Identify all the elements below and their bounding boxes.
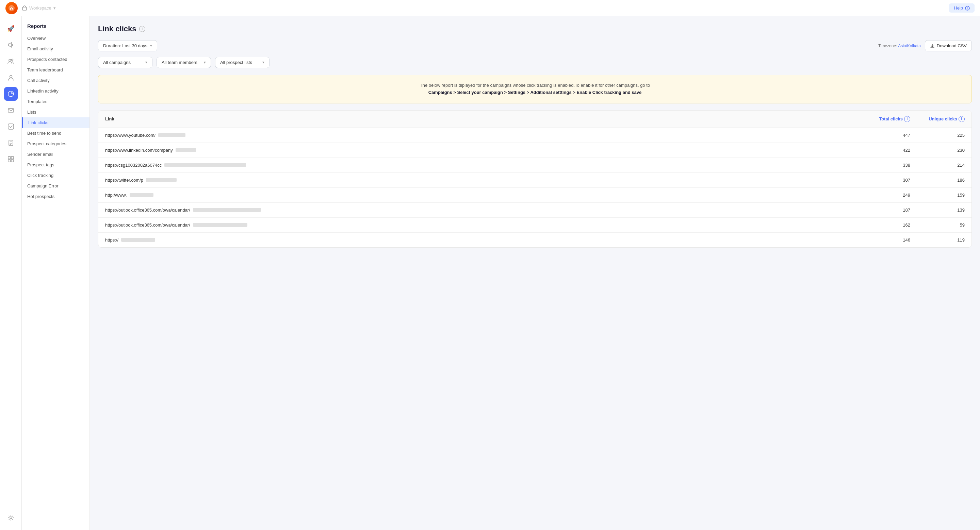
table-header: Link Total clicks i Unique clicks i: [98, 111, 972, 128]
table-row: https://www.linkedin.com/company 422 230: [98, 143, 972, 158]
sidebar-item-call-activity[interactable]: Call activity: [22, 75, 89, 86]
rocket-icon[interactable]: 🚀: [4, 22, 18, 35]
timezone-link[interactable]: Asia/Kolkata: [898, 44, 921, 48]
table-body: https://www.youtube.com/ 447 225 https:/…: [98, 128, 972, 247]
sidebar-item-prospect-tags[interactable]: Prospect tags: [22, 160, 89, 170]
svg-rect-13: [8, 160, 11, 162]
download-csv-button[interactable]: Download CSV: [925, 40, 972, 51]
help-label: Help: [954, 5, 963, 11]
col-unique-clicks: Unique clicks i: [910, 116, 965, 122]
sidebar-item-prospect-categories[interactable]: Prospect categories: [22, 138, 89, 149]
duration-label: Duration: Last 30 days: [103, 43, 147, 48]
link-cell: http://www.: [105, 192, 856, 198]
link-cell: https://twitter.com/p: [105, 178, 856, 182]
timezone-area: Timezone: Asia/Kolkata Download CSV: [878, 40, 972, 51]
page-title-info-icon[interactable]: i: [139, 26, 145, 32]
duration-filter[interactable]: Duration: Last 30 days ▾: [98, 40, 157, 51]
total-clicks-cell: 422: [856, 148, 910, 153]
filters-row-1: Duration: Last 30 days ▾ Timezone: Asia/…: [98, 40, 972, 51]
prospect-lists-filter[interactable]: All prospect lists ▾: [215, 57, 269, 68]
sidebar-item-link-clicks[interactable]: Link clicks: [22, 117, 89, 128]
person-icon[interactable]: [4, 71, 18, 84]
megaphone-icon[interactable]: [4, 38, 18, 52]
sidebar-item-campaign-error[interactable]: Campaign Error: [22, 181, 89, 191]
svg-rect-14: [11, 160, 14, 162]
workspace-chevron: ▾: [53, 5, 56, 11]
total-clicks-cell: 447: [856, 133, 910, 138]
prospect-lists-label: All prospect lists: [220, 60, 252, 65]
link-text[interactable]: http://www.: [105, 192, 127, 198]
notice-banner: The below report is diplayed for the cam…: [98, 75, 972, 103]
total-clicks-cell: 146: [856, 238, 910, 243]
table-row: https://www.youtube.com/ 447 225: [98, 128, 972, 143]
link-blur: [121, 238, 155, 242]
link-text[interactable]: https://www.linkedin.com/company: [105, 148, 173, 153]
link-cell: https://csg10032002a6074cc: [105, 163, 856, 168]
unique-clicks-cell: 139: [910, 208, 965, 213]
campaigns-filter[interactable]: All campaigns ▾: [98, 57, 153, 68]
link-text[interactable]: https://: [105, 238, 118, 243]
sidebar-item-sender-email[interactable]: Sender email: [22, 149, 89, 160]
link-text[interactable]: https://outlook.office365.com/owa/calend…: [105, 208, 190, 213]
filters-row-2: All campaigns ▾ All team members ▾ All p…: [98, 57, 972, 68]
sidebar-item-templates[interactable]: Templates: [22, 96, 89, 107]
check-icon[interactable]: [4, 120, 18, 133]
link-cell: https://www.linkedin.com/company: [105, 148, 856, 153]
sidebar-item-best-time-to-send[interactable]: Best time to send: [22, 128, 89, 138]
sidebar-item-click-tracking[interactable]: Click tracking: [22, 170, 89, 181]
table-row: http://www. 249 159: [98, 188, 972, 203]
link-text[interactable]: https://twitter.com/p: [105, 178, 143, 182]
link-blur: [193, 223, 247, 227]
people-icon[interactable]: [4, 54, 18, 68]
team-members-filter[interactable]: All team members ▾: [156, 57, 211, 68]
download-label: Download CSV: [937, 43, 967, 48]
grid-icon[interactable]: [4, 152, 18, 166]
unique-clicks-cell: 230: [910, 148, 965, 153]
notice-text-1: The below report is diplayed for the cam…: [420, 83, 650, 88]
sidebar-item-lists[interactable]: Lists: [22, 107, 89, 117]
unique-clicks-cell: 186: [910, 178, 965, 182]
total-clicks-cell: 187: [856, 208, 910, 213]
app-logo: [5, 2, 18, 14]
svg-rect-11: [8, 157, 11, 159]
settings-icon[interactable]: [4, 511, 18, 525]
svg-point-6: [10, 76, 12, 78]
unique-clicks-cell: 59: [910, 222, 965, 228]
reports-title: Reports: [22, 23, 89, 33]
sidebar-item-overview[interactable]: Overview: [22, 33, 89, 44]
link-blur: [164, 163, 246, 167]
link-text[interactable]: https://www.youtube.com/: [105, 133, 156, 138]
team-chevron: ▾: [204, 60, 206, 65]
doc-icon[interactable]: [4, 136, 18, 150]
sidebar-item-linkedin-activity[interactable]: Linkedin activity: [22, 86, 89, 96]
duration-chevron: ▾: [150, 44, 152, 48]
link-blur: [146, 178, 177, 182]
link-blur: [158, 133, 185, 137]
link-text[interactable]: https://outlook.office365.com/owa/calend…: [105, 222, 190, 228]
chart-icon[interactable]: [4, 87, 18, 101]
unique-clicks-cell: 225: [910, 133, 965, 138]
svg-rect-12: [11, 157, 14, 159]
total-clicks-info-icon[interactable]: i: [904, 116, 910, 122]
col-total-clicks: Total clicks i: [856, 116, 910, 122]
email-icon[interactable]: [4, 103, 18, 117]
total-clicks-cell: 249: [856, 192, 910, 198]
campaigns-label: All campaigns: [103, 60, 130, 65]
page-title-text: Link clicks: [98, 24, 137, 33]
svg-point-5: [11, 59, 13, 61]
notice-text-2: Campaigns > Select your campaign > Setti…: [428, 90, 642, 95]
unique-clicks-info-icon[interactable]: i: [959, 116, 965, 122]
sidebar-item-email-activity[interactable]: Email activity: [22, 44, 89, 54]
link-text[interactable]: https://csg10032002a6074cc: [105, 163, 162, 168]
sidebar-item-team-leaderboard[interactable]: Team leaderboard: [22, 65, 89, 75]
unique-clicks-cell: 119: [910, 238, 965, 243]
main-content: Link clicks i Duration: Last 30 days ▾ T…: [90, 16, 980, 530]
total-clicks-cell: 162: [856, 222, 910, 228]
sidebar-item-prospects-contacted[interactable]: Prospects contacted: [22, 54, 89, 65]
page-title-area: Link clicks i: [98, 24, 972, 33]
total-clicks-cell: 338: [856, 163, 910, 168]
help-button[interactable]: Help ?: [949, 3, 975, 13]
sidebar-item-hot-prospects[interactable]: Hot prospects: [22, 191, 89, 202]
workspace-selector[interactable]: Workspace ▾: [22, 5, 56, 11]
sidebar-icons: 🚀: [0, 16, 22, 530]
